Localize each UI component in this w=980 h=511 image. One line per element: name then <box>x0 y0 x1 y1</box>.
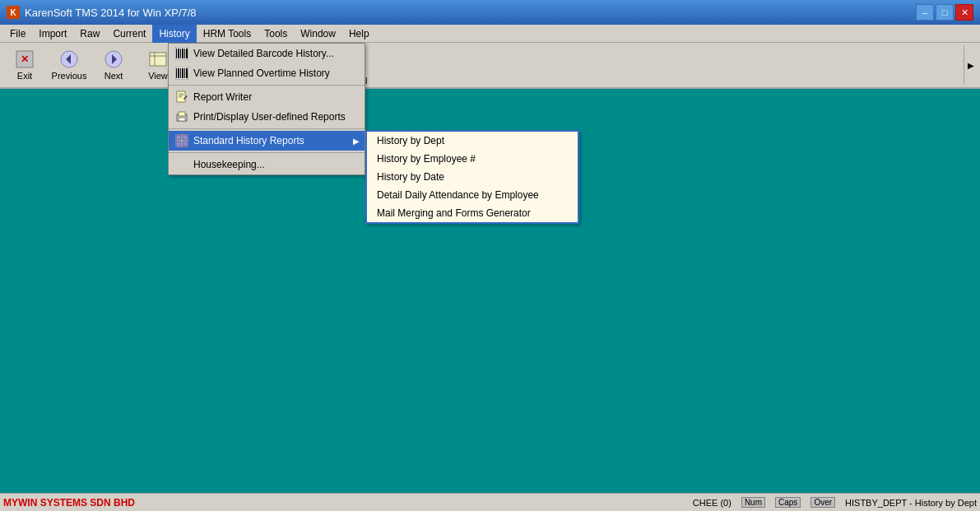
svg-rect-45 <box>179 118 185 121</box>
menu-raw[interactable]: Raw <box>73 25 106 43</box>
close-button[interactable]: ✕ <box>955 4 973 21</box>
next-icon <box>104 49 123 69</box>
menu-view-barcode-label: View Detailed Barcode History... <box>193 48 334 59</box>
menu-separator-3 <box>169 152 365 153</box>
menu-history[interactable]: History <box>152 25 196 43</box>
svg-text:✕: ✕ <box>21 53 29 65</box>
svg-rect-32 <box>176 68 177 78</box>
minimize-button[interactable]: – <box>916 4 934 21</box>
previous-label: Previous <box>52 71 87 81</box>
submenu-detail-daily-label: Detail Daily Attendance by Employee <box>377 189 539 201</box>
standard-history-submenu: History by Dept History by Employee # Hi… <box>365 130 579 224</box>
view-icon <box>148 49 168 69</box>
menu-standard-history-label: Standard History Reports <box>193 135 304 146</box>
svg-rect-28 <box>182 49 183 58</box>
svg-rect-36 <box>184 68 185 78</box>
exit-button[interactable]: ✕ Exit <box>3 45 46 85</box>
svg-rect-27 <box>180 49 181 58</box>
overtime-icon <box>175 67 188 80</box>
window-title: KarenSoft TMS 2014 for Win XP/7/8 <box>25 7 197 19</box>
menu-file[interactable]: File <box>3 25 32 43</box>
next-label: Next <box>105 71 123 81</box>
submenu-history-dept[interactable]: History by Dept <box>367 132 578 150</box>
print-icon <box>175 110 188 123</box>
over-key: Over <box>810 497 835 508</box>
title-bar-left: K KarenSoft TMS 2014 for Win XP/7/8 <box>7 6 197 19</box>
caps-key: Caps <box>775 497 801 508</box>
app-icon: K <box>7 6 20 19</box>
menu-hrm-tools[interactable]: HRM Tools <box>197 25 258 43</box>
submenu-detail-daily[interactable]: Detail Daily Attendance by Employee <box>367 186 578 204</box>
svg-rect-6 <box>150 53 166 66</box>
previous-icon <box>59 49 79 69</box>
maximize-button[interactable]: □ <box>936 4 954 21</box>
svg-rect-30 <box>186 49 188 58</box>
menu-view-overtime[interactable]: View Planned Overtime History <box>169 63 365 83</box>
submenu-history-date[interactable]: History by Date <box>367 168 578 186</box>
menu-print-user-reports-label: Print/Display User-defined Reports <box>193 111 346 123</box>
status-right: CHEE (0) Num Caps Over HISTBY_DEPT - His… <box>693 497 977 508</box>
company-name: MYWIN SYSTEMS SDN BHD <box>3 497 693 509</box>
toolbar: ✕ Exit Previous Next <box>0 43 980 89</box>
svg-rect-34 <box>180 68 181 78</box>
report-writer-icon <box>175 91 188 104</box>
previous-button[interactable]: Previous <box>48 45 91 85</box>
svg-rect-25 <box>176 49 177 58</box>
menu-report-writer-label: Report Writer <box>193 91 252 103</box>
history-dropdown-menu: View Detailed Barcode History... View Pl… <box>168 43 365 175</box>
menu-view-overtime-label: View Planned Overtime History <box>193 67 330 79</box>
menu-housekeeping-label: Housekeeping... <box>193 159 265 170</box>
status-user: CHEE (0) <box>693 498 732 508</box>
svg-rect-37 <box>186 68 188 78</box>
housekeeping-icon <box>175 158 188 171</box>
toolbar-scroll-right[interactable]: ▶ <box>964 45 977 85</box>
submenu-history-employee[interactable]: History by Employee # <box>367 150 578 168</box>
svg-rect-29 <box>184 49 185 58</box>
exit-icon: ✕ <box>15 49 35 69</box>
menu-window[interactable]: Window <box>294 25 342 43</box>
menu-print-user-reports[interactable]: Print/Display User-defined Reports <box>169 107 365 127</box>
exit-label: Exit <box>17 71 32 81</box>
menu-tools[interactable]: Tools <box>258 25 294 43</box>
menu-current[interactable]: Current <box>106 25 152 43</box>
svg-rect-44 <box>179 112 185 116</box>
svg-rect-49 <box>176 142 181 146</box>
status-bar: MYWIN SYSTEMS SDN BHD CHEE (0) Num Caps … <box>0 493 980 511</box>
view-label: View <box>148 71 168 81</box>
svg-rect-26 <box>178 49 179 58</box>
menu-bar: File Import Raw Current History HRM Tool… <box>0 25 980 43</box>
submenu-history-dept-label: History by Dept <box>377 135 444 146</box>
menu-import[interactable]: Import <box>32 25 73 43</box>
svg-rect-35 <box>182 68 183 78</box>
submenu-mail-merging[interactable]: Mail Merging and Forms Generator <box>367 204 578 222</box>
status-text: HISTBY_DEPT - History by Dept <box>845 498 977 508</box>
menu-view-barcode[interactable]: View Detailed Barcode History... <box>169 44 365 63</box>
menu-housekeeping[interactable]: Housekeeping... <box>169 155 365 174</box>
svg-rect-47 <box>176 135 181 140</box>
submenu-mail-merging-label: Mail Merging and Forms Generator <box>377 207 531 219</box>
menu-report-writer[interactable]: Report Writer <box>169 87 365 107</box>
menu-help[interactable]: Help <box>342 25 376 43</box>
title-bar: K KarenSoft TMS 2014 for Win XP/7/8 – □ … <box>0 0 980 25</box>
svg-rect-48 <box>183 135 188 140</box>
submenu-history-employee-label: History by Employee # <box>377 153 476 165</box>
svg-rect-33 <box>178 68 179 78</box>
standard-history-icon <box>175 134 188 147</box>
next-button[interactable]: Next <box>92 45 135 85</box>
menu-separator-1 <box>169 85 365 86</box>
menu-separator-2 <box>169 128 365 129</box>
submenu-history-date-label: History by Date <box>377 171 444 183</box>
num-key: Num <box>741 497 765 508</box>
svg-rect-50 <box>183 142 188 146</box>
menu-standard-history[interactable]: Standard History Reports History by Dept… <box>169 131 365 151</box>
title-bar-controls: – □ ✕ <box>916 4 973 21</box>
barcode-icon <box>175 47 188 60</box>
